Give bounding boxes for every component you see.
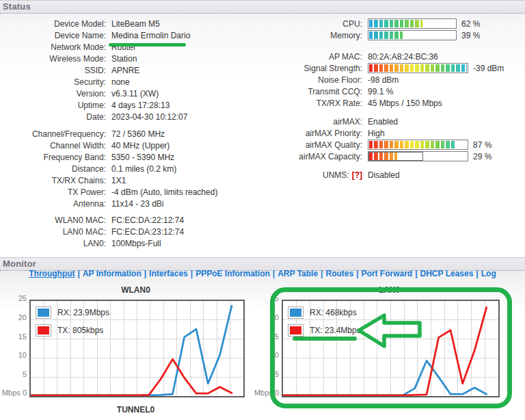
airmax-capacity-bar: [368, 151, 468, 161]
tab-arp-table[interactable]: ARP Table: [278, 269, 318, 278]
wireless-mode-value: Station: [111, 54, 137, 64]
device-name-label: Device Name:: [0, 31, 106, 40]
antenna-value-cell: 11x14 - 23 dBi: [111, 199, 164, 209]
memory-label: Memory:: [262, 31, 362, 40]
status-row-cpu: CPU:62 %: [262, 18, 525, 29]
txrx-chains-value: 1X1: [111, 176, 126, 185]
tab-port-forward[interactable]: Port Forward: [362, 269, 413, 278]
status-row-signal-strength: Signal Strength:-39 dBm: [262, 62, 525, 74]
airmax-value: Enabled: [368, 117, 398, 127]
device-model-value: LiteBeam M5: [111, 19, 160, 29]
version-value-cell: v6.3.11 (XW): [111, 89, 159, 99]
unms-value-cell: Disabled: [368, 170, 400, 180]
device-name-value: Medina Ermolin Dario: [111, 31, 190, 40]
cpu-value: 62 %: [461, 19, 480, 29]
unms-help-link[interactable]: [?]: [352, 170, 362, 180]
tab-separator: |: [75, 269, 83, 278]
network-mode-label: Network Mode:: [0, 42, 106, 52]
tab-pppoe-information[interactable]: PPPoE Information: [196, 269, 270, 278]
memory-value: 39 %: [461, 31, 480, 40]
airmax-priority-value-cell: High: [368, 129, 385, 138]
y-tick-wlan0: 15: [1, 332, 27, 341]
frequency-band-value-cell: 5350 - 5390 MHz: [111, 153, 174, 162]
wireless-mode-label: Wireless Mode:: [0, 54, 106, 64]
lan0-value: 100Mbps-Full: [111, 239, 161, 248]
status-row-lan0-mac: LAN0 MAC:FC:EC:DA:23:12:74: [0, 226, 260, 237]
txrx-rate-value-cell: 45 Mbps / 150 Mbps: [368, 99, 442, 108]
airmax-priority-label: airMAX Priority:: [262, 129, 362, 138]
date-value-cell: 2023-04-30 10:12:07: [111, 112, 187, 122]
status-row-frequency-band: Frequency Band:5350 - 5390 MHz: [0, 151, 260, 163]
legend-swatch-tx-icon: [36, 324, 51, 337]
status-section: Status Device Model:LiteBeam M5Device Na…: [0, 0, 525, 257]
status-row-channel-frequency: Channel/Frequency:72 / 5360 MHz: [0, 128, 260, 140]
signal-strength-bar: [368, 63, 468, 73]
status-row-security: Security:none: [0, 76, 260, 88]
legend-row-rx-lan0: RX: 468kbps: [288, 306, 361, 319]
y-tick-wlan0: 5: [1, 370, 27, 378]
row-gap: [262, 109, 525, 116]
tab-ap-information[interactable]: AP Information: [83, 269, 142, 278]
version-label: Version:: [0, 89, 106, 99]
status-row-network-mode: Network Mode:Router: [0, 41, 260, 53]
ssid-label: SSID:: [0, 66, 106, 75]
wlan0-mac-value: FC:EC:DA:22:12:74: [111, 215, 184, 225]
status-row-airmax-capacity: airMAX Capacity:29 %: [262, 150, 525, 162]
y-axis-unit-lan0: Mbps 0: [253, 389, 279, 397]
status-row-airmax: airMAX:Enabled: [262, 116, 525, 127]
channel-width-value-cell: 40 MHz (Upper): [111, 141, 170, 150]
cpu-value-cell: 62 %: [368, 18, 480, 29]
legend-swatch-tx-icon: [288, 324, 304, 337]
antenna-label: Antenna:: [0, 199, 106, 209]
monitor-section: Monitor Throughput|AP Information|Interf…: [0, 257, 525, 420]
channel-width-value: 40 MHz (Upper): [111, 141, 170, 150]
txrx-chains-label: TX/RX Chains:: [0, 176, 106, 185]
tab-routes[interactable]: Routes: [325, 269, 353, 278]
tab-separator: |: [473, 269, 481, 278]
wlan0-mac-value-cell: FC:EC:DA:22:12:74: [111, 215, 184, 225]
status-row-device-name: Device Name:Medina Ermolin Dario: [0, 29, 260, 41]
tab-separator: |: [318, 269, 325, 278]
ap-mac-label: AP MAC:: [262, 52, 362, 62]
airmax-quality-bar: [368, 140, 468, 150]
chart-title-wlan0: WLAN0: [29, 285, 242, 295]
status-row-txrx-chains: TX/RX Chains:1X1: [0, 174, 260, 186]
status-section-title: Status: [0, 0, 525, 14]
unms-value: Disabled: [368, 170, 400, 180]
legend-label-tx-wlan0: TX: 805kbps: [57, 326, 103, 335]
lan0-mac-label: LAN0 MAC:: [0, 227, 106, 237]
tab-separator: |: [142, 269, 149, 278]
row-gap: [0, 122, 260, 128]
ap-mac-value: 80:2A:A8:24:BC:36: [368, 52, 438, 62]
frequency-band-value: 5350 - 5390 MHz: [111, 153, 174, 162]
ssid-value-cell: APNRE: [111, 66, 139, 75]
airmax-label: airMAX:: [262, 117, 362, 127]
tab-interfaces[interactable]: Interfaces: [149, 269, 188, 278]
tab-separator: |: [412, 269, 420, 278]
tab-log[interactable]: Log: [481, 269, 496, 278]
status-row-uptime: Uptime:4 days 17:28:13: [0, 99, 260, 111]
status-row-wireless-mode: Wireless Mode:Station: [0, 53, 260, 64]
airmax-quality-value: 87 %: [473, 140, 492, 150]
tx-power-label: TX Power:: [0, 187, 106, 197]
tab-dhcp-leases[interactable]: DHCP Leases: [420, 269, 474, 278]
status-row-ssid: SSID:APNRE: [0, 64, 260, 76]
noise-floor-label: Noise Floor:: [262, 75, 362, 85]
legend-swatch-rx-icon: [288, 306, 304, 319]
tab-separator: |: [188, 269, 196, 278]
date-label: Date:: [0, 112, 106, 122]
status-row-txrx-rate: TX/RX Rate:45 Mbps / 150 Mbps: [262, 97, 525, 109]
uptime-label: Uptime:: [0, 101, 106, 110]
tab-separator: |: [353, 269, 361, 278]
network-mode-value-cell: Router: [111, 42, 136, 52]
status-row-tx-power: TX Power:-4 dBm (Auto, limits reached): [0, 186, 260, 198]
status-row-date: Date:2023-04-30 10:12:07: [0, 111, 260, 122]
lan0-label: LAN0:: [0, 239, 106, 248]
channel-frequency-value: 72 / 5360 MHz: [111, 129, 165, 139]
tx-power-value-cell: -4 dBm (Auto, limits reached): [111, 187, 217, 197]
tab-throughput[interactable]: Throughput: [29, 269, 75, 278]
channel-width-label: Channel Width:: [0, 141, 106, 150]
lan0-mac-value: FC:EC:DA:23:12:74: [111, 227, 184, 237]
y-tick-wlan0: 10: [1, 351, 27, 359]
legend-label-tx-lan0: TX: 23.4Mbps: [310, 326, 361, 335]
